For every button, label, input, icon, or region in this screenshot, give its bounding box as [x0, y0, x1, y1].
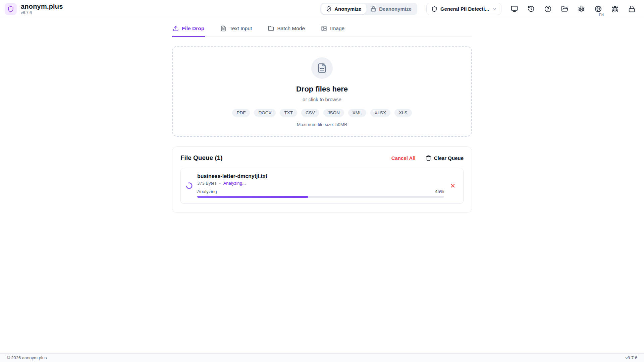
shield-check-icon [326, 6, 332, 12]
globe-icon [595, 5, 602, 12]
upload-icon [173, 25, 179, 32]
tab-text-input[interactable]: Text Input [220, 23, 253, 37]
image-icon [321, 25, 327, 32]
dropzone-subtitle: or click to browse [303, 97, 341, 102]
file-queue-card: File Queue (1) Cancel All Clear Queue bu… [172, 146, 472, 213]
language-code-label: EN [599, 13, 604, 17]
header-icon-row: EN [510, 5, 636, 13]
shield-icon [431, 6, 437, 12]
progress-percent-label: 45% [435, 189, 444, 194]
progress-bar [197, 196, 444, 198]
format-badge: PDF [232, 109, 250, 117]
file-size: 373 Bytes [197, 181, 217, 186]
settings-button[interactable] [577, 5, 585, 13]
dropzone-icon-circle [311, 57, 333, 79]
app-footer: © 2026 anonym.plus v8.7.6 [0, 353, 644, 362]
file-meta: 373 Bytes • Analyzing... [197, 181, 444, 186]
queue-actions: Cancel All Clear Queue [391, 155, 464, 161]
tab-file-drop[interactable]: File Drop [172, 23, 205, 37]
cancel-all-button[interactable]: Cancel All [391, 155, 416, 161]
deanonymize-button[interactable]: Deanonymize [366, 4, 416, 14]
deanonymize-label: Deanonymize [379, 6, 412, 12]
format-badge: DOCX [254, 109, 276, 117]
format-badge: JSON [323, 109, 344, 117]
files-button[interactable] [560, 5, 569, 13]
mode-toggle: Anonymize Deanonymize [320, 3, 417, 15]
clear-queue-button[interactable]: Clear Queue [426, 155, 464, 161]
progress-labels: Analyzing 45% [197, 189, 444, 194]
app-brand: anonym.plus v8.7.6 [5, 3, 63, 15]
dropzone-title: Drop files here [296, 85, 348, 94]
profile-selector-label: General PII Detecti... [440, 6, 489, 12]
history-icon [528, 5, 535, 12]
format-badge: CSV [301, 109, 319, 117]
header-actions: Anonymize Deanonymize General PII Detect… [320, 3, 636, 15]
folder-icon [268, 25, 274, 32]
display-button[interactable] [510, 5, 518, 13]
tab-image[interactable]: Image [320, 23, 345, 37]
tab-batch-mode[interactable]: Batch Mode [267, 23, 306, 37]
chevron-down-icon [492, 6, 497, 11]
queue-title: File Queue (1) [180, 154, 223, 162]
format-badge: XLS [394, 109, 412, 117]
close-icon [450, 183, 456, 189]
debug-button[interactable] [611, 5, 619, 13]
loading-spinner-icon [185, 182, 193, 189]
tab-image-label: Image [330, 25, 344, 32]
language-button[interactable]: EN [594, 5, 602, 13]
app-version: v8.7.6 [21, 11, 63, 15]
tab-batch-mode-label: Batch Mode [277, 25, 305, 32]
bug-icon [611, 5, 619, 12]
file-details: business-letter-dmcnytjl.txt 373 Bytes •… [197, 173, 444, 198]
file-text-icon [220, 25, 226, 32]
anonymize-label: Anonymize [334, 6, 361, 12]
document-icon [317, 63, 327, 73]
lock-icon [628, 5, 635, 12]
anonymize-button[interactable]: Anonymize [321, 4, 366, 14]
remove-file-button[interactable] [448, 181, 457, 190]
queue-header: File Queue (1) Cancel All Clear Queue [180, 154, 464, 162]
app-logo [5, 3, 17, 15]
meta-separator: • [219, 181, 221, 185]
format-badge: XLSX [370, 109, 391, 117]
tab-file-drop-label: File Drop [182, 25, 204, 32]
format-badge: XML [348, 109, 366, 117]
clear-queue-label: Clear Queue [434, 155, 464, 161]
file-dropzone[interactable]: Drop files here or click to browse PDF D… [172, 46, 472, 137]
privacy-lock-button[interactable] [628, 5, 636, 13]
file-queue-item: business-letter-dmcnytjl.txt 373 Bytes •… [180, 168, 464, 204]
progress-stage-label: Analyzing [197, 189, 217, 194]
progress-fill [197, 196, 308, 198]
gear-icon [578, 5, 585, 12]
profile-selector[interactable]: General PII Detecti... [426, 3, 501, 15]
main-content: File Drop Text Input Batch Mode Image [172, 18, 472, 213]
trash-icon [426, 155, 431, 161]
format-badge: TXT [280, 109, 297, 117]
monitor-icon [511, 5, 518, 12]
format-badge-row: PDF DOCX TXT CSV JSON XML XLSX XLS [232, 109, 412, 117]
app-title: anonym.plus [21, 3, 63, 10]
unlock-icon [371, 6, 376, 12]
shield-logo-icon [7, 6, 14, 12]
max-file-size-label: Maximum file size: 50MB [297, 122, 347, 127]
footer-copyright: © 2026 anonym.plus [7, 355, 47, 360]
help-button[interactable] [544, 5, 552, 13]
footer-version: v8.7.6 [626, 355, 637, 360]
app-header: anonym.plus v8.7.6 Anonymize Deanonymize [0, 0, 644, 18]
history-button[interactable] [527, 5, 535, 13]
tab-bar: File Drop Text Input Batch Mode Image [172, 18, 472, 37]
file-status: Analyzing... [223, 181, 246, 186]
file-name: business-letter-dmcnytjl.txt [197, 173, 444, 179]
folder-open-icon [561, 5, 568, 12]
help-circle-icon [544, 5, 551, 12]
tab-text-input-label: Text Input [229, 25, 252, 32]
